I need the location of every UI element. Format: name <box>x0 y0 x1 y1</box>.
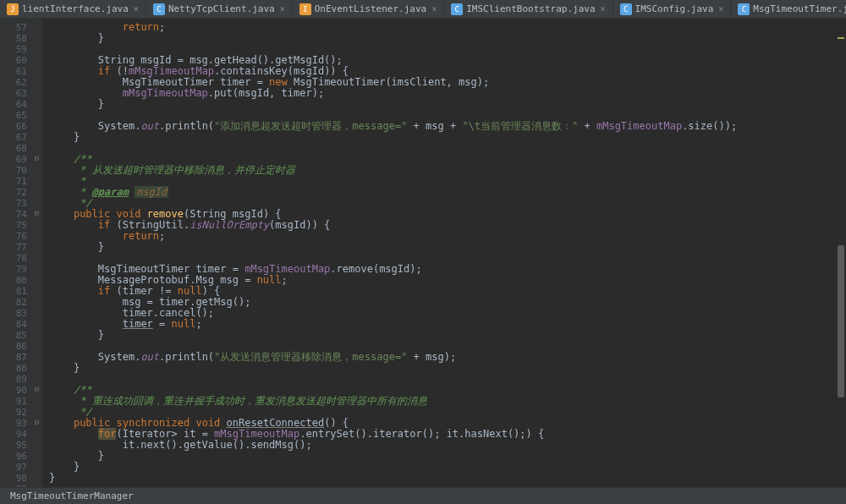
scroll-marker <box>838 37 844 39</box>
java-class-icon: C <box>620 3 632 15</box>
tab-oneventlistener[interactable]: IOnEventListener.java× <box>293 0 444 19</box>
scroll-thumb[interactable] <box>838 245 844 397</box>
close-icon[interactable]: × <box>134 4 139 14</box>
tab-label: MsgTimeoutTimer.java <box>753 3 846 14</box>
scrollbar[interactable] <box>838 25 844 487</box>
tab-label: IMSClientBootstrap.java <box>466 3 595 14</box>
code-editor[interactable]: 5758596061626364656667686970717273747576… <box>0 19 846 487</box>
tab-msgtimeouttimer[interactable]: CMsgTimeoutTimer.java× <box>731 0 846 19</box>
editor-tabs: JlientInterface.java× CNettyTcpClient.ja… <box>0 0 846 19</box>
close-icon[interactable]: × <box>280 4 285 14</box>
line-number-gutter: 5758596061626364656667686970717273747576… <box>0 19 32 487</box>
java-interface-icon: I <box>299 3 311 15</box>
tab-imsconfig[interactable]: CIMSConfig.java× <box>613 0 732 19</box>
breadcrumb[interactable]: MsgTimeoutTimerManager <box>10 490 134 501</box>
tab-label: NettyTcpClient.java <box>168 3 275 14</box>
java-class-icon: C <box>153 3 165 15</box>
close-icon[interactable]: × <box>718 4 723 14</box>
tab-label: IMSConfig.java <box>635 3 714 14</box>
fold-column[interactable]: ⊟⊟⊟⊟ <box>32 19 42 487</box>
tab-imsclientbootstrap[interactable]: CIMSClientBootstrap.java× <box>444 0 613 19</box>
tab-lientinterface[interactable]: JlientInterface.java× <box>0 0 146 19</box>
tab-label: lientInterface.java <box>22 3 129 14</box>
tab-nettytcpclient[interactable]: CNettyTcpClient.java× <box>146 0 293 19</box>
java-class-icon: C <box>738 3 750 15</box>
tab-label: OnEventListener.java <box>315 3 426 14</box>
java-interface-icon: J <box>7 3 19 15</box>
status-bar: MsgTimeoutTimerManager <box>0 487 846 504</box>
java-class-icon: C <box>451 3 463 15</box>
code-area[interactable]: return; } String msgId = msg.getHead().g… <box>42 19 846 487</box>
close-icon[interactable]: × <box>431 4 437 14</box>
close-icon[interactable]: × <box>601 4 606 14</box>
